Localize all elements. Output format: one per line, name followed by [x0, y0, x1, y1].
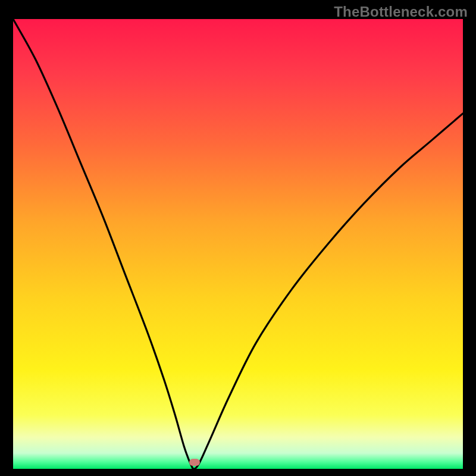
minimum-marker — [189, 459, 200, 466]
bottleneck-curve — [13, 19, 463, 469]
watermark-text: TheBottleneck.com — [334, 4, 468, 20]
chart-frame: TheBottleneck.com — [0, 0, 476, 476]
plot-area — [13, 19, 463, 469]
